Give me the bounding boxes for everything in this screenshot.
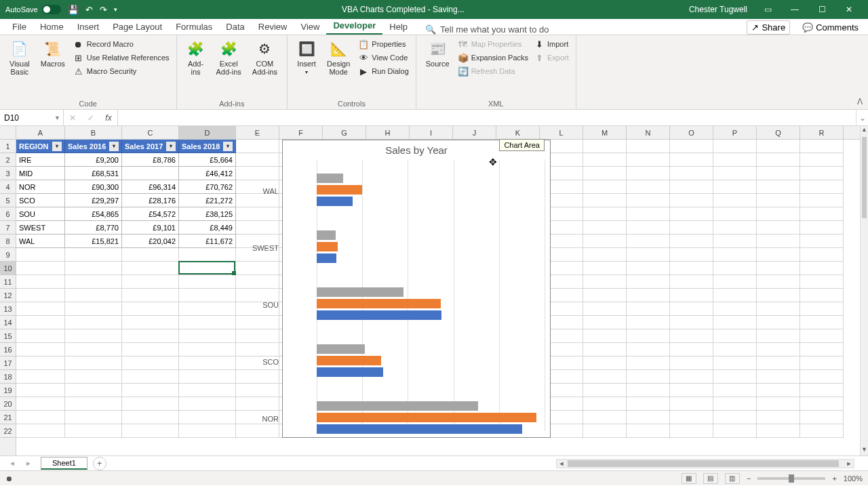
zoom-in-button[interactable]: + bbox=[832, 474, 836, 483]
cell[interactable] bbox=[236, 316, 279, 329]
cell[interactable] bbox=[65, 397, 122, 411]
chart-bar[interactable] bbox=[317, 299, 441, 308]
cell[interactable] bbox=[757, 221, 800, 235]
table-header[interactable]: Sales 2018▾ bbox=[179, 140, 236, 153]
cell[interactable] bbox=[122, 411, 179, 424]
cell[interactable] bbox=[713, 167, 757, 180]
tab-home[interactable]: Home bbox=[33, 19, 71, 35]
row-header[interactable]: 2 bbox=[0, 153, 16, 167]
table-cell[interactable]: £8,770 bbox=[65, 221, 122, 235]
column-header[interactable]: L bbox=[540, 126, 583, 139]
cell[interactable] bbox=[122, 397, 179, 411]
chart-bar[interactable] bbox=[317, 197, 353, 206]
cell[interactable] bbox=[179, 275, 236, 289]
select-all-corner[interactable] bbox=[0, 126, 16, 140]
table-cell[interactable]: £15,821 bbox=[65, 235, 122, 248]
hscroll-thumb[interactable] bbox=[568, 460, 839, 467]
table-header[interactable]: REGION▾ bbox=[16, 140, 65, 153]
row-header[interactable]: 4 bbox=[0, 180, 16, 194]
scroll-thumb[interactable] bbox=[862, 137, 867, 218]
cell[interactable] bbox=[800, 370, 844, 384]
cell[interactable] bbox=[16, 248, 65, 262]
cell[interactable] bbox=[583, 180, 627, 194]
cell[interactable] bbox=[670, 207, 713, 221]
cell[interactable] bbox=[65, 329, 122, 343]
cell[interactable] bbox=[65, 289, 122, 302]
cell[interactable] bbox=[670, 424, 713, 438]
cell[interactable] bbox=[65, 343, 122, 357]
undo-icon[interactable]: ↶ bbox=[85, 5, 93, 15]
toggle-switch[interactable] bbox=[42, 5, 61, 14]
cell[interactable] bbox=[627, 411, 670, 424]
cell[interactable] bbox=[627, 424, 670, 438]
filter-icon[interactable]: ▾ bbox=[166, 142, 176, 151]
cell[interactable] bbox=[670, 180, 713, 194]
cell[interactable] bbox=[627, 140, 670, 153]
chart-plot-area[interactable]: WALSWESTSOUSCONOR bbox=[283, 160, 550, 431]
table-header[interactable]: Sales 2017▾ bbox=[122, 140, 179, 153]
cell[interactable] bbox=[713, 316, 757, 329]
cell[interactable] bbox=[16, 329, 65, 343]
cell[interactable] bbox=[16, 384, 65, 397]
close-icon[interactable]: ✕ bbox=[835, 0, 863, 19]
table-cell[interactable]: £11,672 bbox=[179, 235, 236, 248]
cell[interactable] bbox=[713, 153, 757, 167]
cell[interactable] bbox=[583, 302, 627, 316]
cell[interactable] bbox=[16, 275, 65, 289]
cell[interactable] bbox=[800, 275, 844, 289]
cell[interactable] bbox=[757, 248, 800, 262]
row-header[interactable]: 7 bbox=[0, 221, 16, 235]
cell[interactable] bbox=[179, 370, 236, 384]
row-header[interactable]: 6 bbox=[0, 207, 16, 221]
cell[interactable] bbox=[236, 343, 279, 357]
table-header[interactable]: Sales 2016▾ bbox=[65, 140, 122, 153]
cell[interactable] bbox=[670, 289, 713, 302]
cell[interactable] bbox=[757, 411, 800, 424]
table-cell[interactable]: £90,300 bbox=[65, 180, 122, 194]
cell[interactable] bbox=[179, 424, 236, 438]
chart-bar[interactable] bbox=[317, 413, 536, 422]
cell[interactable] bbox=[627, 397, 670, 411]
cell[interactable] bbox=[713, 207, 757, 221]
cell[interactable] bbox=[583, 384, 627, 397]
cell[interactable] bbox=[757, 329, 800, 343]
cell[interactable] bbox=[627, 343, 670, 357]
cell[interactable] bbox=[583, 235, 627, 248]
zoom-slider[interactable] bbox=[757, 477, 825, 480]
cell[interactable] bbox=[179, 329, 236, 343]
record-macro-button[interactable]: ⏺Record Macro bbox=[72, 38, 171, 50]
row-header[interactable]: 10 bbox=[0, 262, 16, 275]
chart-bar[interactable] bbox=[317, 174, 343, 183]
row-header[interactable]: 16 bbox=[0, 343, 16, 357]
worksheet-grid[interactable]: ABCDEFGHIJKLMNOPQR 123456789101112131415… bbox=[0, 126, 868, 455]
cell[interactable] bbox=[583, 167, 627, 180]
user-name[interactable]: Chester Tugwell bbox=[689, 5, 747, 14]
table-cell[interactable]: £8,449 bbox=[179, 221, 236, 235]
cell[interactable] bbox=[713, 411, 757, 424]
macros-button[interactable]: 📜Macros bbox=[37, 38, 69, 69]
cell[interactable] bbox=[713, 384, 757, 397]
cell[interactable] bbox=[179, 357, 236, 370]
cell[interactable] bbox=[757, 302, 800, 316]
row-header[interactable]: 17 bbox=[0, 357, 16, 370]
cell[interactable] bbox=[800, 329, 844, 343]
cell[interactable] bbox=[757, 207, 800, 221]
cell[interactable] bbox=[757, 153, 800, 167]
column-header[interactable]: G bbox=[323, 126, 366, 139]
cell[interactable] bbox=[122, 248, 179, 262]
cell[interactable] bbox=[583, 411, 627, 424]
chart-bar[interactable] bbox=[317, 230, 336, 240]
table-cell[interactable]: £54,572 bbox=[122, 207, 179, 221]
chart-bar[interactable] bbox=[317, 401, 478, 411]
column-header[interactable]: R bbox=[800, 126, 844, 139]
cell[interactable] bbox=[65, 357, 122, 370]
chart-bar[interactable] bbox=[317, 344, 365, 354]
cell[interactable] bbox=[627, 384, 670, 397]
formula-input[interactable] bbox=[118, 110, 856, 125]
cell[interactable] bbox=[16, 302, 65, 316]
source-button[interactable]: 📰Source bbox=[422, 38, 454, 69]
cell[interactable] bbox=[583, 248, 627, 262]
cell[interactable] bbox=[627, 262, 670, 275]
row-header[interactable]: 15 bbox=[0, 329, 16, 343]
cell[interactable] bbox=[627, 248, 670, 262]
